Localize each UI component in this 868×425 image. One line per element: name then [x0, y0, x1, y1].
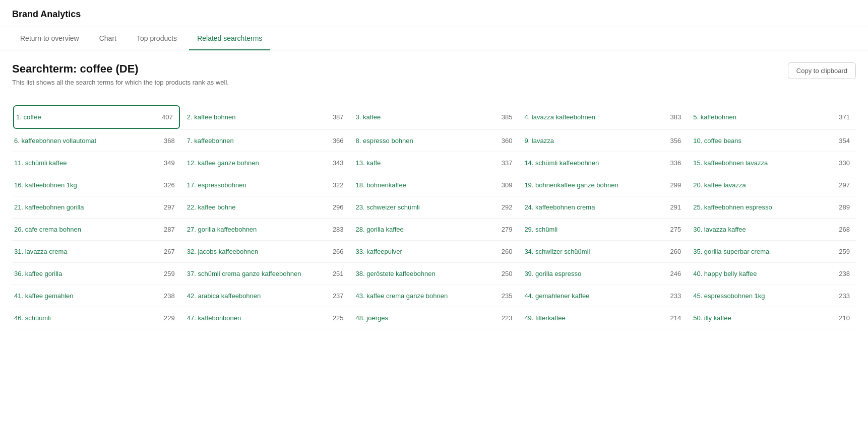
item-count: 296 — [329, 203, 344, 211]
list-item: 20. kaffee lavazza297 — [687, 174, 856, 196]
item-term[interactable]: 22. kaffee bohne — [187, 203, 329, 211]
item-term[interactable]: 28. gorilla kaffee — [356, 226, 498, 233]
item-term[interactable]: 12. kaffee ganze bohnen — [187, 159, 329, 167]
item-count: 299 — [666, 181, 681, 189]
list-item: 27. gorilla kaffeebohnen283 — [181, 219, 350, 241]
list-item: 21. kaffeebohnen gorilla297 — [12, 196, 181, 219]
item-term[interactable]: 27. gorilla kaffeebohnen — [187, 226, 329, 233]
copy-to-clipboard-button[interactable]: Copy to clipboard — [788, 62, 856, 79]
item-count: 349 — [160, 159, 175, 167]
item-term[interactable]: 21. kaffeebohnen gorilla — [14, 203, 160, 211]
app-title: Brand Analytics — [12, 9, 81, 19]
item-term[interactable]: 11. schümli kaffee — [14, 159, 160, 167]
item-term[interactable]: 25. kaffeebohnen espresso — [693, 203, 835, 211]
item-term[interactable]: 30. lavazza kaffee — [693, 226, 835, 233]
item-count: 330 — [835, 159, 850, 167]
item-count: 407 — [158, 113, 173, 121]
item-term[interactable]: 37. schümli crema ganze kaffeebohnen — [187, 270, 329, 277]
list-item: 41. kaffee gemahlen238 — [12, 285, 181, 307]
item-term[interactable]: 46. schüümli — [14, 314, 160, 322]
list-item: 30. lavazza kaffee268 — [687, 219, 856, 241]
list-item: 43. kaffee crema ganze bohnen235 — [350, 285, 519, 307]
item-term[interactable]: 3. kaffee — [356, 113, 498, 121]
item-term[interactable]: 9. lavazza — [524, 137, 666, 145]
item-term[interactable]: 35. gorilla superbar crema — [693, 248, 835, 255]
item-count: 251 — [329, 270, 344, 277]
item-term[interactable]: 41. kaffee gemahlen — [14, 292, 160, 300]
item-term[interactable]: 44. gemahlener kaffee — [524, 292, 666, 300]
item-term[interactable]: 19. bohnenkaffee ganze bohnen — [524, 181, 666, 189]
item-term[interactable]: 18. bohnenkaffee — [356, 181, 498, 189]
item-term[interactable]: 43. kaffee crema ganze bohnen — [356, 292, 498, 300]
item-term[interactable]: 7. kaffeebohnen — [187, 137, 329, 145]
list-item: 19. bohnenkaffee ganze bohnen299 — [518, 174, 687, 196]
list-item: 2. kaffee bohnen387 — [181, 104, 350, 130]
item-term[interactable]: 36. kaffee gorilla — [14, 270, 160, 277]
list-item: 37. schümli crema ganze kaffeebohnen251 — [181, 263, 350, 285]
item-term[interactable]: 15. kaffeebohnen lavazza — [693, 159, 835, 167]
item-term[interactable]: 47. kaffebonbonen — [187, 314, 329, 322]
item-term[interactable]: 29. schümli — [524, 226, 666, 233]
item-term[interactable]: 5. kaffebohnen — [693, 113, 835, 121]
item-term[interactable]: 33. kaffeepulver — [356, 248, 498, 255]
list-item: 38. geröstete kaffeebohnen250 — [350, 263, 519, 285]
item-term[interactable]: 48. joerges — [356, 314, 498, 322]
list-item: 15. kaffeebohnen lavazza330 — [687, 152, 856, 174]
item-term[interactable]: 26. cafe crema bohnen — [14, 226, 160, 233]
item-term[interactable]: 49. filterkaffee — [524, 314, 666, 322]
item-term[interactable]: 40. happy belly kaffee — [693, 270, 835, 277]
item-term[interactable]: 10. coffee beans — [693, 137, 835, 145]
list-item: 16. kaffeebohnen 1kg326 — [12, 174, 181, 196]
item-term[interactable]: 16. kaffeebohnen 1kg — [14, 181, 160, 189]
tab-chart[interactable]: Chart — [91, 27, 125, 50]
item-term[interactable]: 17. espressobohnen — [187, 181, 329, 189]
item-term[interactable]: 23. schweizer schümli — [356, 203, 498, 211]
item-count: 283 — [329, 226, 344, 233]
item-term[interactable]: 24. kaffeebohnen crema — [524, 203, 666, 211]
list-item: 42. arabica kaffeebohnen237 — [181, 285, 350, 307]
item-term[interactable]: 38. geröstete kaffeebohnen — [356, 270, 498, 277]
main-content: Searchterm: coffee (DE) This list shows … — [0, 50, 868, 337]
item-count: 297 — [835, 181, 850, 189]
item-count: 366 — [329, 137, 344, 145]
item-term[interactable]: 34. schwiizer schüümli — [524, 248, 666, 255]
item-term[interactable]: 39. gorilla espresso — [524, 270, 666, 277]
item-count: 287 — [160, 226, 175, 233]
item-count: 291 — [666, 203, 681, 211]
item-term[interactable]: 4. lavazza kaffeebohnen — [524, 113, 666, 121]
tab-related-searchterms[interactable]: Related searchterms — [189, 27, 270, 50]
item-term[interactable]: 8. espresso bohnen — [356, 137, 498, 145]
item-term[interactable]: 2. kaffee bohnen — [187, 113, 329, 121]
item-count: 354 — [835, 137, 850, 145]
list-item: 47. kaffebonbonen225 — [181, 307, 350, 329]
item-term[interactable]: 1. coffee — [16, 113, 158, 121]
item-term[interactable]: 50. illy kaffee — [693, 314, 835, 322]
item-count: 250 — [497, 270, 512, 277]
page-title: Searchterm: coffee (DE) — [12, 62, 229, 76]
item-term[interactable]: 13. kaffe — [356, 159, 498, 167]
tab-return[interactable]: Return to overview — [12, 27, 87, 50]
item-count: 368 — [160, 137, 175, 145]
item-term[interactable]: 31. lavazza crema — [14, 248, 160, 255]
list-item: 24. kaffeebohnen crema291 — [518, 196, 687, 219]
item-count: 360 — [497, 137, 512, 145]
list-item: 33. kaffeepulver260 — [350, 241, 519, 263]
item-count: 268 — [835, 226, 850, 233]
list-item: 26. cafe crema bohnen287 — [12, 219, 181, 241]
item-term[interactable]: 20. kaffee lavazza — [693, 181, 835, 189]
item-count: 260 — [666, 248, 681, 255]
item-term[interactable]: 6. kaffeebohnen vollautomat — [14, 137, 160, 145]
item-term[interactable]: 42. arabica kaffeebohnen — [187, 292, 329, 300]
item-count: 383 — [666, 113, 681, 121]
item-count: 210 — [835, 314, 850, 322]
item-term[interactable]: 32. jacobs kaffeebohnen — [187, 248, 329, 255]
search-terms-grid: 1. coffee4072. kaffee bohnen3873. kaffee… — [12, 104, 856, 329]
tab-top-products[interactable]: Top products — [129, 27, 185, 50]
item-count: 289 — [835, 203, 850, 211]
item-term[interactable]: 14. schümli kaffeebohnen — [524, 159, 666, 167]
item-term[interactable]: 45. espressobohnen 1kg — [693, 292, 835, 300]
list-item: 10. coffee beans354 — [687, 130, 856, 152]
list-item: 23. schweizer schümli292 — [350, 196, 519, 219]
item-count: 279 — [497, 226, 512, 233]
item-count: 387 — [329, 113, 344, 121]
